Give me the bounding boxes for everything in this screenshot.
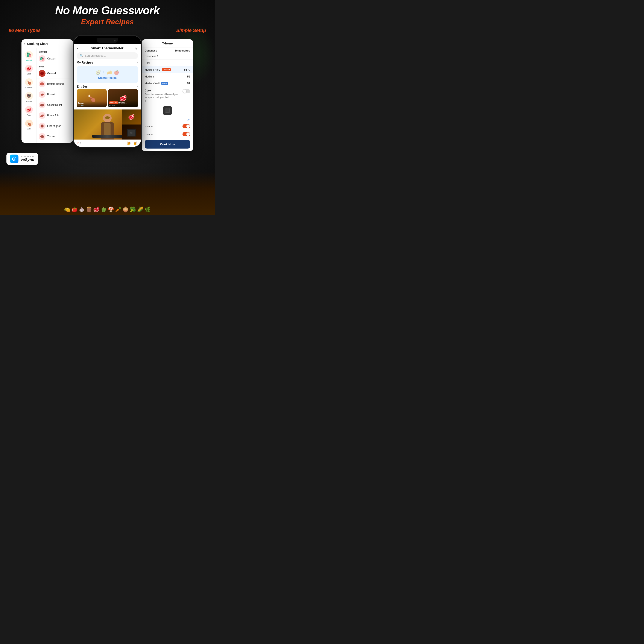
toggle-knob-smart-cook	[183, 90, 186, 93]
doneness-row-medium-well[interactable]: Medium Well USDA 57	[142, 80, 193, 87]
air-fryer-device: ⬛	[127, 129, 136, 137]
chicken-icon: 🍗	[25, 78, 33, 86]
category-manual[interactable]: 🛍️ Manual	[21, 49, 36, 63]
smart-cook-toggle[interactable]	[182, 89, 190, 93]
cook-now-button[interactable]: Cook Now	[145, 140, 190, 149]
lemon-icon: 🍋	[64, 207, 70, 213]
veggie-mushroom: 🍄	[108, 207, 114, 213]
on-row[interactable]: on ›	[142, 117, 193, 122]
recipe-card-left[interactable]: 🍗 Crisp... ⏱ 1min	[77, 89, 107, 107]
panels-container: ‹ Cooking Chart 🛍️ Manual 🥩 Beef 🍗 Chick…	[0, 35, 215, 151]
svg-point-2	[40, 104, 44, 106]
create-recipe-label: Create Recipe	[98, 76, 117, 79]
my-recipes-arrow[interactable]: ›	[137, 61, 138, 64]
smart-cook-section: Cook Smart thermometer will control your…	[142, 87, 193, 104]
beer-bottle-1: 🍺	[126, 140, 131, 146]
veggie-tomato: 🍅	[71, 207, 78, 213]
tbone-icon	[39, 133, 46, 140]
meat-item-filet-mignon[interactable]: Filet Mignon	[36, 121, 73, 131]
temperature-col-header: Temperature	[175, 49, 190, 52]
medium-well-name-row: Medium Well USDA	[145, 82, 168, 85]
recipe-card-right[interactable]: 🥩 COSORI Bratwu... ⏱ 5min	[108, 89, 138, 107]
category-manual-label: Manual	[26, 59, 32, 61]
recipe-name-right-row: COSORI Bratwu...	[109, 101, 137, 104]
left-section-label: 96 Meat Types	[9, 28, 41, 33]
svg-point-3	[41, 125, 44, 128]
phone-app-title: Smart Thermometer	[80, 46, 134, 50]
veggie-pepper: 🫑	[100, 207, 107, 213]
vesync-app-icon	[10, 155, 18, 163]
entrees-arrow[interactable]: ›	[137, 85, 138, 88]
vesync-brand-label: veSync	[21, 158, 35, 162]
chef-head	[103, 114, 112, 122]
category-turkey[interactable]: 🦃 Turkey	[21, 90, 36, 104]
search-bar[interactable]: 🔍 Search recipes...	[77, 52, 138, 59]
doneness-row-medium-rare[interactable]: Medium Rare COSORI 55 °C	[142, 66, 193, 73]
prime-rib-icon	[39, 112, 46, 119]
meat-item-ground[interactable]: Ground	[36, 68, 73, 79]
meat-item-prime-rib[interactable]: Prime Rib	[36, 110, 73, 121]
reminder-2-label: eminder	[145, 133, 153, 135]
doneness-table: Doneness Temperature Doneness 1 Rare Med…	[142, 47, 193, 87]
medium-rare-temp-row: 55 °C	[184, 68, 190, 71]
phone-notch-area	[74, 38, 141, 44]
custom-meat-name: Custom	[47, 57, 56, 60]
on-label: on	[187, 118, 189, 121]
smart-cook-desc: Smart thermometer will control your air …	[145, 93, 179, 102]
svg-point-1	[40, 82, 44, 85]
veggie-onion: 🧅	[122, 207, 129, 213]
smart-cook-title: Cook	[145, 89, 179, 92]
header-section: No More Guesswork Expert Recipes	[0, 0, 215, 26]
chuck-roast-name: Chuck Roast	[47, 103, 62, 106]
create-recipe-card[interactable]: 🥑 + 🧀 🍎 Create Recipe	[77, 66, 138, 83]
cheese-icon: 🧀	[107, 70, 112, 75]
meat-item-bottom-round[interactable]: Bottom Round	[36, 79, 73, 89]
my-recipes-section: My Recipes › 🥑 + 🧀 🍎 Create Recipe	[74, 61, 141, 85]
meat-item-tbone[interactable]: T-bone	[36, 131, 73, 142]
phone-back-icon[interactable]: ‹	[77, 46, 78, 51]
smart-cook-desc-line2: air fryer to cook your food	[145, 96, 169, 99]
reminder-2-toggle[interactable]	[182, 132, 190, 136]
doneness-row-1[interactable]: Doneness 1	[142, 53, 193, 60]
veggie-broccoli: 🥦	[130, 207, 136, 213]
phone-fav-icon[interactable]: ☆	[134, 46, 138, 51]
category-duck[interactable]: 🍗 Duck	[21, 118, 36, 132]
meat-item-chuck-roast[interactable]: Chuck Roast	[36, 100, 73, 110]
entrees-section: Entrées › 🍗 Crisp... ⏱ 1min 🥩	[74, 85, 141, 108]
medium-rare-temp: 55	[184, 68, 187, 71]
section-labels: 96 Meat Types Simple Setup	[0, 26, 215, 35]
device-image-area: ⬛	[142, 104, 193, 117]
cutting-board-icon: 🪵	[86, 207, 92, 213]
reminder-1-toggle[interactable]	[182, 124, 190, 128]
back-icon[interactable]: ‹	[24, 41, 25, 46]
powered-by-label: POWERED BY	[21, 156, 35, 158]
search-placeholder-text: Search recipes...	[85, 54, 106, 57]
svg-point-0	[40, 72, 44, 75]
category-pork[interactable]: 🥩 Pork	[21, 104, 36, 118]
meat-item-custom[interactable]: 🛍️ Custom	[36, 53, 73, 64]
create-icons-row: 🥑 + 🧀 🍎	[96, 70, 119, 75]
categories-column: 🛍️ Manual 🥩 Beef 🍗 Chicken 🦃 Turkey 🥩	[21, 48, 36, 143]
filet-mignon-name: Filet Mignon	[47, 125, 61, 128]
category-beef-label: Beef	[27, 73, 31, 75]
usda-badge: USDA	[161, 82, 168, 85]
rare-name: Rare	[145, 61, 150, 64]
on-arrow-icon: ›	[189, 118, 190, 121]
manual-section-label: Manual	[36, 49, 73, 53]
manual-icon: 🛍️	[25, 51, 33, 59]
device-label: ⬛	[130, 132, 132, 134]
doneness-row-medium[interactable]: Medium 56	[142, 73, 193, 80]
medium-rare-unit: °C	[188, 68, 190, 71]
meat-item-brisket[interactable]: Brisket	[36, 89, 73, 100]
smart-cook-text: Cook Smart thermometer will control your…	[145, 89, 179, 102]
veggie-garlic: 🧄	[79, 207, 85, 213]
doneness-row-rare[interactable]: Rare	[142, 60, 193, 66]
device-screen: ⬛	[128, 130, 135, 136]
vegetable-decorations: 🍋 🍅 🧄 🪵 🥩 🫑 🍄 🥕 🧅 🥦 🌽 🌿	[0, 176, 215, 215]
category-chicken[interactable]: 🍗 Chicken	[21, 77, 36, 90]
doneness-1-name: Doneness 1	[145, 55, 158, 58]
recipe-time-right: ⏱ 5min	[109, 105, 137, 106]
powered-by-badge: POWERED BY veSync	[6, 153, 38, 165]
category-beef[interactable]: 🥩 Beef	[21, 63, 36, 77]
smart-cook-header: Cook Smart thermometer will control your…	[145, 89, 190, 102]
